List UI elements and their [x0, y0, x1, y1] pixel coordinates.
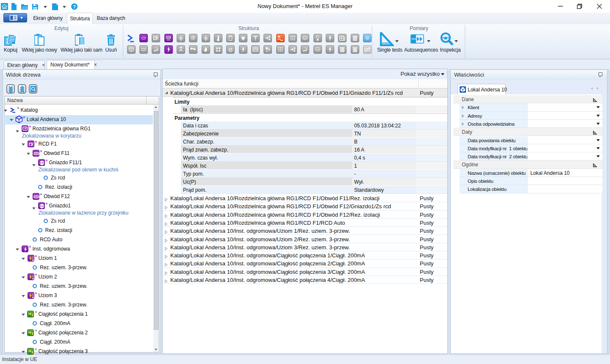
- svg-text:?: ?: [73, 4, 76, 9]
- svg-text:@: @: [228, 47, 233, 52]
